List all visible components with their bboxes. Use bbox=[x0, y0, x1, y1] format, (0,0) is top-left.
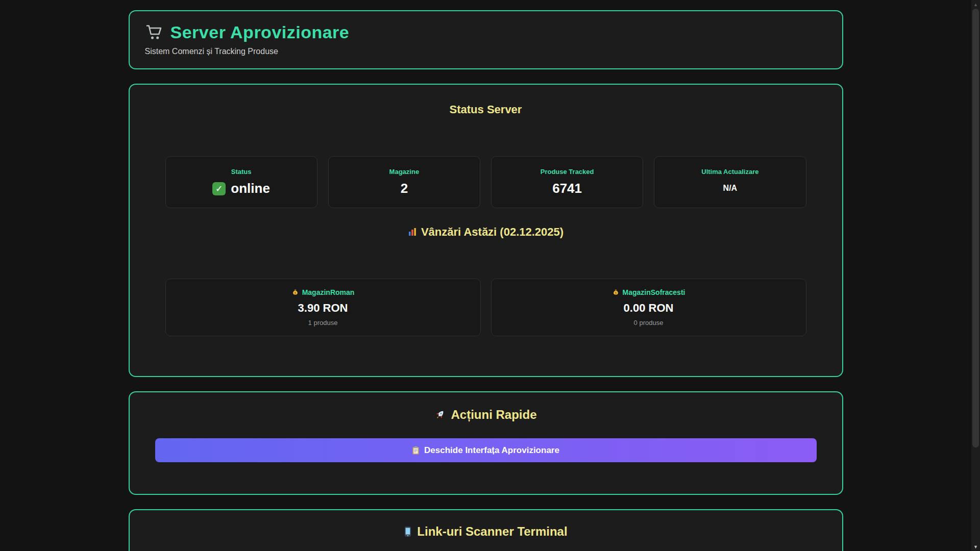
svg-text:$: $ bbox=[615, 291, 617, 294]
quick-actions-title: Acțiuni Rapide bbox=[155, 408, 817, 422]
sale-store-label: $ MagazinSofracesti bbox=[501, 288, 797, 296]
stat-value: ✓ online bbox=[171, 181, 312, 196]
stat-box-status: Status ✓ online bbox=[165, 156, 317, 208]
stat-box-produse-tracked: Produse Tracked 6741 bbox=[491, 156, 643, 208]
stat-label: Ultima Actualizare bbox=[659, 168, 800, 176]
money-bag-icon: $ bbox=[612, 289, 620, 296]
status-server-title: Status Server bbox=[155, 103, 817, 116]
header-title-row: Server Aprovizionare bbox=[145, 22, 827, 42]
browser-viewport: Server Aprovizionare Sistem Comenzi și T… bbox=[0, 0, 971, 551]
sales-grid: $ MagazinRoman 3.90 RON 1 produse bbox=[165, 279, 806, 336]
stat-box-ultima-actualizare: Ultima Actualizare N/A bbox=[654, 156, 806, 208]
sale-store-name: MagazinRoman bbox=[302, 288, 355, 296]
quick-actions-title-text: Acțiuni Rapide bbox=[451, 408, 536, 422]
bar-chart-icon bbox=[408, 228, 417, 237]
status-server-card: Status Server Status ✓ online Magazine 2… bbox=[129, 84, 843, 377]
stat-label: Magazine bbox=[334, 168, 475, 176]
rocket-icon bbox=[434, 409, 446, 420]
scrollbar-track[interactable]: ▲ ▼ bbox=[971, 0, 980, 551]
stats-grid: Status ✓ online Magazine 2 Produse Track… bbox=[165, 156, 806, 208]
sale-store-name: MagazinSofracesti bbox=[623, 288, 685, 296]
header-card: Server Aprovizionare Sistem Comenzi și T… bbox=[129, 10, 843, 69]
shopping-cart-icon bbox=[145, 23, 164, 42]
check-mark-icon: ✓ bbox=[212, 182, 226, 195]
stat-label: Status bbox=[171, 168, 312, 176]
stat-value: 2 bbox=[334, 181, 475, 196]
scroll-down-button[interactable]: ▼ bbox=[971, 542, 980, 551]
scanner-links-title-text: Link-uri Scanner Terminal bbox=[417, 524, 567, 539]
sale-store-label: $ MagazinRoman bbox=[175, 288, 471, 296]
mobile-phone-icon bbox=[404, 526, 412, 537]
content-container: Server Aprovizionare Sistem Comenzi și T… bbox=[129, 0, 843, 551]
stat-value: N/A bbox=[659, 181, 800, 196]
open-aprovizionare-button-label: Deschide Interfața Aprovizionare bbox=[424, 445, 559, 456]
page-title: Server Aprovizionare bbox=[170, 22, 350, 42]
open-aprovizionare-button[interactable]: Deschide Interfața Aprovizionare bbox=[155, 438, 817, 462]
scrollbar-thumb[interactable] bbox=[972, 9, 979, 447]
sale-box-magazin-roman: $ MagazinRoman 3.90 RON 1 produse bbox=[165, 279, 481, 336]
page: { "colors": { "background": "#131313", "… bbox=[0, 0, 980, 551]
sale-box-magazin-sofracesti: $ MagazinSofracesti 0.00 RON 0 produse bbox=[491, 279, 806, 336]
svg-text:$: $ bbox=[295, 291, 296, 294]
money-bag-icon: $ bbox=[291, 289, 299, 296]
stat-value: 6741 bbox=[497, 181, 638, 196]
stat-box-magazine: Magazine 2 bbox=[328, 156, 480, 208]
sale-amount: 0.00 RON bbox=[501, 302, 797, 315]
sale-products-count: 1 produse bbox=[175, 319, 471, 327]
scanner-links-title: Link-uri Scanner Terminal bbox=[155, 524, 817, 539]
sales-today-title-text: Vânzări Astăzi (02.12.2025) bbox=[421, 226, 564, 239]
stat-label: Produse Tracked bbox=[497, 168, 638, 176]
sale-amount: 3.90 RON bbox=[175, 302, 471, 315]
scroll-up-button[interactable]: ▲ bbox=[971, 0, 980, 9]
sales-today-title: Vânzări Astăzi (02.12.2025) bbox=[155, 226, 817, 239]
status-value-text: online bbox=[231, 181, 270, 196]
quick-actions-card: Acțiuni Rapide Deschide Interfața Aprovi… bbox=[129, 391, 843, 495]
sale-products-count: 0 produse bbox=[501, 319, 797, 327]
clipboard-icon bbox=[412, 446, 420, 455]
page-subtitle: Sistem Comenzi și Tracking Produse bbox=[145, 47, 827, 56]
scanner-links-card: Link-uri Scanner Terminal bbox=[129, 509, 843, 551]
